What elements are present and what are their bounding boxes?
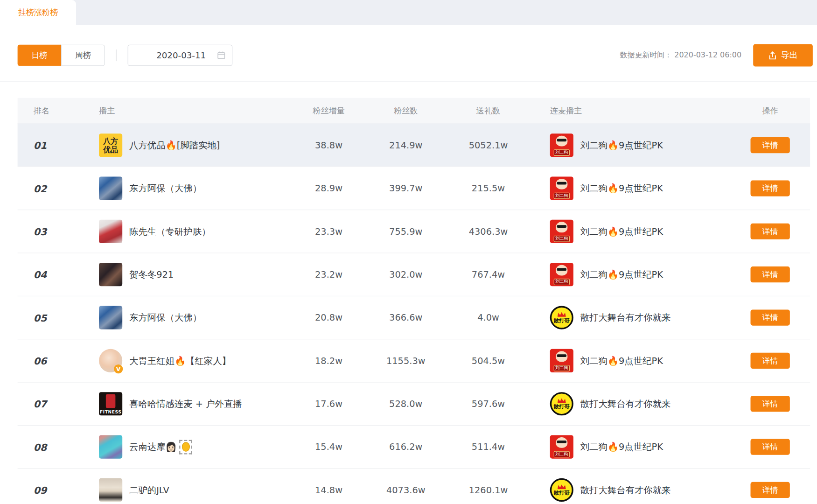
co-streamer-name: 刘二狗🔥9点世纪PK: [580, 268, 663, 280]
header-rank: 排名: [18, 105, 82, 116]
detail-button[interactable]: 详情: [750, 224, 789, 239]
streamer-name: 二驴的JLV: [129, 484, 169, 496]
detail-button[interactable]: 详情: [750, 482, 789, 498]
co-streamer-name: 散打大舞台有才你就来: [580, 484, 671, 496]
co-streamer-cell: 刘二狗 刘二狗🔥9点世纪PK: [528, 133, 730, 157]
streamer-name: 大胃王红姐🔥【红家人】: [129, 355, 231, 367]
co-streamer-name: 刘二狗🔥9点世纪PK: [580, 355, 663, 367]
streamer-name: 贺冬冬921: [129, 268, 174, 280]
streamer-cell: 东方阿保（大佛）: [81, 306, 294, 329]
detail-button[interactable]: 详情: [750, 309, 789, 325]
date-picker[interactable]: 2020-03-11: [128, 45, 233, 66]
streamer-avatar: V: [99, 349, 122, 372]
table-body: 01 八方优品 八方优品🔥[脚踏实地] 38.8w 214.9w 5052.1w…: [18, 123, 810, 504]
table-row: 05 东方阿保（大佛） 20.8w 366.6w 4.0w 散打哥 散打大舞台有…: [18, 296, 810, 339]
gift-count-value: 511.4w: [448, 441, 528, 452]
co-streamer-name: 刘二狗🔥9点世纪PK: [580, 182, 663, 194]
table-row: 01 八方优品 八方优品🔥[脚踏实地] 38.8w 214.9w 5052.1w…: [18, 123, 810, 166]
action-cell: 详情: [730, 224, 810, 239]
fan-count-value: 302.0w: [363, 269, 448, 280]
fan-increase-value: 23.3w: [294, 226, 363, 237]
co-streamer-avatar: 刘二狗: [550, 263, 573, 286]
streamer-cell: 贺冬冬921: [81, 263, 294, 286]
fan-increase-value: 38.8w: [294, 140, 363, 151]
streamer-name: 八方优品🔥[脚踏实地]: [129, 139, 220, 151]
streamer-avatar: [99, 263, 122, 286]
table-row: 06 V 大胃王红姐🔥【红家人】 18.2w 1155.3w 504.5w 刘二…: [18, 339, 810, 382]
detail-button[interactable]: 详情: [750, 266, 789, 282]
co-streamer-cell: 散打哥 散打大舞台有才你就来: [528, 392, 730, 415]
co-streamer-cell: 刘二狗 刘二狗🔥9点世纪PK: [528, 349, 730, 372]
gift-count-value: 1260.1w: [448, 485, 528, 496]
streamer-name: 喜哈哈情感连麦 + 户外直播: [129, 398, 242, 410]
gift-count-value: 767.4w: [448, 269, 528, 280]
co-streamer-avatar: 刘二狗: [550, 349, 573, 372]
update-time: 数据更新时间： 2020-03-12 06:00: [620, 50, 741, 60]
co-streamer-name: 刘二狗🔥9点世纪PK: [580, 139, 663, 151]
streamer-avatar: FITNESS: [99, 392, 122, 415]
gift-count-value: 504.5w: [448, 355, 528, 366]
header-gift-count: 送礼数: [448, 105, 528, 116]
streamer-avatar: [99, 478, 122, 502]
leaderboard-table: 排名 播主 粉丝增量 粉丝数 送礼数 连麦播主 操作 01 八方优品 八方优品🔥…: [18, 98, 810, 504]
fan-count-value: 399.7w: [363, 183, 448, 194]
rank-value: 09: [18, 484, 82, 496]
fan-count-value: 4073.6w: [363, 485, 448, 496]
detail-button[interactable]: 详情: [750, 396, 789, 412]
co-streamer-cell: 散打哥 散打大舞台有才你就来: [528, 306, 730, 329]
toolbar: 日榜 周榜 2020-03-11 数据更新时间： 2020-03-12 06:0…: [0, 45, 817, 82]
streamer-avatar: [99, 435, 122, 458]
rank-value: 01: [18, 140, 82, 151]
co-streamer-name: 散打大舞台有才你就来: [580, 398, 671, 410]
gift-count-value: 5052.1w: [448, 140, 528, 151]
tab-bar: 挂榜涨粉榜: [0, 0, 817, 25]
detail-button[interactable]: 详情: [750, 180, 789, 196]
streamer-name: 东方阿保（大佛）: [129, 311, 202, 323]
fan-count-value: 366.6w: [363, 312, 448, 323]
fan-increase-value: 15.4w: [294, 441, 363, 452]
avatar-label: FITNESS: [99, 410, 122, 414]
detail-button[interactable]: 详情: [750, 353, 789, 369]
avatar-label: 散打哥: [554, 490, 570, 496]
calendar-icon: [217, 51, 225, 59]
tab-fan-growth-leaderboard[interactable]: 挂榜涨粉榜: [0, 0, 76, 25]
gift-count-value: 597.6w: [448, 399, 528, 409]
action-cell: 详情: [730, 353, 810, 369]
table-row: 03 陈先生（专研护肤） 23.3w 755.9w 4306.3w 刘二狗 刘二…: [18, 210, 810, 252]
header-co-streamer: 连麦播主: [528, 105, 730, 116]
avatar-label: 散打哥: [554, 404, 570, 410]
fan-increase-value: 18.2w: [294, 355, 363, 366]
header-fan-count: 粉丝数: [363, 105, 448, 116]
streamer-name: 东方阿保（大佛）: [129, 182, 202, 194]
streamer-cell: 二驴的JLV: [81, 478, 294, 502]
detail-button[interactable]: 详情: [750, 137, 789, 153]
streamer-avatar: [99, 176, 122, 200]
vertical-divider: [116, 49, 117, 61]
gift-count-value: 215.5w: [448, 183, 528, 194]
action-cell: 详情: [730, 439, 810, 455]
rank-value: 08: [18, 441, 82, 453]
avatar-label: 刘二狗: [554, 193, 570, 199]
detail-button[interactable]: 详情: [750, 439, 789, 455]
header-action: 操作: [730, 105, 810, 116]
daily-rank-button[interactable]: 日榜: [18, 45, 61, 66]
gift-count-value: 4306.3w: [448, 226, 528, 237]
co-streamer-cell: 刘二狗 刘二狗🔥9点世纪PK: [528, 435, 730, 458]
rank-value: 06: [18, 355, 82, 366]
header-streamer: 播主: [81, 105, 294, 116]
streamer-name: 陈先生（专研护肤）: [129, 225, 210, 238]
table-row: 04 贺冬冬921 23.2w 302.0w 767.4w 刘二狗 刘二狗🔥9点…: [18, 252, 810, 295]
verified-badge: V: [114, 364, 123, 373]
export-button[interactable]: 导出: [753, 44, 813, 67]
period-toggle: 日榜 周榜: [18, 45, 105, 66]
fan-increase-value: 28.9w: [294, 183, 363, 194]
fan-count-value: 214.9w: [363, 140, 448, 151]
export-label: 导出: [781, 50, 797, 61]
export-icon: [768, 51, 777, 60]
avatar-label: 刘二狗: [554, 149, 570, 156]
weekly-rank-button[interactable]: 周榜: [61, 45, 105, 66]
co-streamer-avatar: 刘二狗: [550, 133, 573, 157]
co-streamer-avatar: 刘二狗: [550, 220, 573, 243]
streamer-cell: 陈先生（专研护肤）: [81, 220, 294, 243]
avatar-label: 刘二狗: [554, 365, 570, 371]
